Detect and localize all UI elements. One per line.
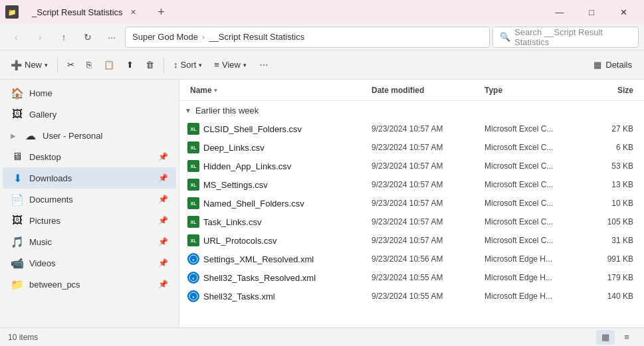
tab-close-button[interactable]: ✕ bbox=[128, 7, 139, 17]
column-header-size[interactable]: Size bbox=[586, 86, 639, 95]
videos-icon: 📹 bbox=[11, 257, 24, 270]
refresh-button[interactable]: ↻ bbox=[77, 27, 98, 48]
close-button[interactable]: ✕ bbox=[608, 1, 639, 23]
column-header-modified[interactable]: Date modified bbox=[366, 86, 479, 95]
table-row[interactable]: XL CLSID_Shell_Folders.csv 9/23/2024 10:… bbox=[179, 120, 644, 138]
window-controls: — □ ✕ bbox=[544, 1, 639, 23]
cloud-icon: ☁ bbox=[24, 130, 37, 142]
cut-icon: ✂ bbox=[67, 60, 74, 70]
sort-dropdown-icon: ▾ bbox=[199, 62, 202, 68]
table-row[interactable]: XL Deep_Links.csv 9/23/2024 10:57 AM Mic… bbox=[179, 138, 644, 157]
downloads-icon: ⬇ bbox=[11, 172, 24, 185]
sidebar-item-music[interactable]: 🎵 Music 📌 bbox=[3, 231, 176, 252]
column-name-label: Name bbox=[190, 86, 212, 95]
toolbar: ➕ New ▾ ✂ ⎘ 📋 ⬆ 🗑 ↕ Sort ▾ ≡ View ▾ ··· … bbox=[0, 50, 644, 80]
table-row[interactable]: e Settings_XML_Resolved.xml 9/23/2024 10… bbox=[179, 250, 644, 268]
search-placeholder: Search __Script Result Statistics bbox=[514, 27, 631, 47]
file-name-text: Hidden_App_Links.csv bbox=[203, 161, 291, 171]
cut-button[interactable]: ✂ bbox=[62, 54, 80, 76]
search-box[interactable]: 🔍 Search __Script Result Statistics bbox=[492, 27, 639, 48]
file-name-cell: XL URL_Protocols.csv bbox=[185, 234, 366, 246]
group-header-earlier-this-week[interactable]: ▼ Earlier this week bbox=[179, 101, 644, 120]
maximize-button[interactable]: □ bbox=[576, 1, 607, 23]
forward-button[interactable]: › bbox=[29, 27, 51, 48]
table-row[interactable]: XL URL_Protocols.csv 9/23/2024 10:57 AM … bbox=[179, 231, 644, 250]
file-modified-cell: 9/23/2024 10:57 AM bbox=[366, 143, 479, 152]
file-size-cell: 27 KB bbox=[586, 124, 639, 133]
sidebar-item-user-personal[interactable]: ▶ ☁ User - Personal bbox=[3, 125, 176, 146]
file-modified-cell: 9/23/2024 10:57 AM bbox=[366, 236, 479, 245]
sort-button[interactable]: ↕ Sort ▾ bbox=[168, 54, 207, 76]
new-tab-button[interactable]: + bbox=[152, 3, 171, 21]
sidebar-label-videos: Videos bbox=[29, 258, 153, 268]
delete-button[interactable]: 🗑 bbox=[140, 54, 160, 76]
minimize-button[interactable]: — bbox=[544, 1, 575, 23]
details-label: Details bbox=[605, 60, 632, 70]
up-button[interactable]: ↑ bbox=[53, 27, 74, 48]
table-row[interactable]: e Shell32_Tasks_Resolved.xml 9/23/2024 1… bbox=[179, 268, 644, 287]
pin-icon-downloads: 📌 bbox=[158, 173, 168, 183]
status-bar: 10 items ▦ ≡ bbox=[0, 327, 644, 346]
file-size-cell: 140 KB bbox=[586, 292, 639, 301]
sidebar-item-pictures[interactable]: 🖼 Pictures 📌 bbox=[3, 210, 176, 231]
sidebar-item-between-pcs[interactable]: 📁 between_pcs 📌 bbox=[3, 274, 176, 295]
table-row[interactable]: XL Task_Links.csv 9/23/2024 10:57 AM Mic… bbox=[179, 213, 644, 231]
music-icon: 🎵 bbox=[11, 236, 24, 248]
file-size-cell: 31 KB bbox=[586, 236, 639, 245]
sidebar-item-desktop[interactable]: 🖥 Desktop 📌 bbox=[3, 146, 176, 167]
file-type-cell: Microsoft Excel C... bbox=[479, 143, 586, 152]
sidebar-label-user: User - Personal bbox=[43, 131, 168, 141]
csv-icon: XL bbox=[187, 160, 199, 172]
column-header-name[interactable]: Name ▾ bbox=[185, 86, 366, 95]
address-more-button[interactable]: ··· bbox=[101, 27, 122, 48]
new-button[interactable]: ➕ New ▾ bbox=[5, 54, 53, 76]
app-icon: 📁 bbox=[5, 5, 19, 19]
sidebar-item-downloads[interactable]: ⬇ Downloads 📌 bbox=[3, 167, 176, 189]
file-modified-cell: 9/23/2024 10:57 AM bbox=[366, 180, 479, 189]
sidebar-label-music: Music bbox=[29, 237, 153, 247]
view-button[interactable]: ≡ View ▾ bbox=[209, 54, 252, 76]
paste-button[interactable]: 📋 bbox=[98, 54, 120, 76]
back-button[interactable]: ‹ bbox=[5, 27, 27, 48]
file-type-cell: Microsoft Edge H... bbox=[479, 273, 586, 282]
active-tab[interactable]: _Script Result Statistics ✕ bbox=[24, 4, 147, 20]
table-row[interactable]: XL MS_Settings.csv 9/23/2024 10:57 AM Mi… bbox=[179, 175, 644, 194]
file-name-text: Shell32_Tasks_Resolved.xml bbox=[203, 273, 316, 283]
file-modified-cell: 9/23/2024 10:57 AM bbox=[366, 124, 479, 133]
copy-button[interactable]: ⎘ bbox=[81, 54, 97, 76]
column-type-label: Type bbox=[484, 86, 502, 95]
sort-icon: ↕ bbox=[173, 60, 178, 70]
details-icon: ▦ bbox=[593, 60, 601, 70]
csv-icon: XL bbox=[187, 234, 199, 246]
file-type-cell: Microsoft Excel C... bbox=[479, 217, 586, 226]
file-name-cell: XL MS_Settings.csv bbox=[185, 179, 366, 191]
path-part-1: Super God Mode bbox=[132, 32, 198, 42]
toolbar-more-button[interactable]: ··· bbox=[253, 54, 274, 76]
address-path[interactable]: Super God Mode › __Script Result Statist… bbox=[125, 27, 490, 48]
sidebar-label-desktop: Desktop bbox=[29, 152, 153, 162]
sidebar-item-home[interactable]: 🏠 Home bbox=[3, 82, 176, 104]
table-row[interactable]: XL Named_Shell_Folders.csv 9/23/2024 10:… bbox=[179, 194, 644, 213]
csv-icon: XL bbox=[187, 216, 199, 228]
gallery-icon: 🖼 bbox=[11, 108, 24, 120]
grid-view-button[interactable]: ▦ bbox=[596, 330, 615, 345]
home-icon: 🏠 bbox=[11, 87, 24, 100]
table-row[interactable]: e Shell32_Tasks.xml 9/23/2024 10:55 AM M… bbox=[179, 287, 644, 305]
xml-icon: e bbox=[187, 290, 199, 302]
desktop-icon: 🖥 bbox=[11, 151, 24, 163]
details-button[interactable]: ▦ Details bbox=[587, 54, 639, 76]
column-header-type[interactable]: Type bbox=[479, 86, 586, 95]
file-name-text: Shell32_Tasks.xml bbox=[203, 292, 275, 302]
file-size-cell: 105 KB bbox=[586, 217, 639, 226]
sidebar-item-gallery[interactable]: 🖼 Gallery bbox=[3, 104, 176, 125]
main-content: 🏠 Home 🖼 Gallery ▶ ☁ User - Personal 🖥 D… bbox=[0, 80, 644, 327]
file-name-cell: XL Deep_Links.csv bbox=[185, 141, 366, 153]
list-view-button[interactable]: ≡ bbox=[617, 330, 636, 345]
table-row[interactable]: XL Hidden_App_Links.csv 9/23/2024 10:57 … bbox=[179, 157, 644, 175]
sidebar-item-videos[interactable]: 📹 Videos 📌 bbox=[3, 252, 176, 274]
file-pane: Name ▾ Date modified Type Size ▼ Earlier… bbox=[179, 80, 644, 327]
share-button[interactable]: ⬆ bbox=[121, 54, 139, 76]
sidebar-item-documents[interactable]: 📄 Documents 📌 bbox=[3, 189, 176, 210]
pictures-icon: 🖼 bbox=[11, 215, 24, 226]
csv-icon: XL bbox=[187, 179, 199, 191]
